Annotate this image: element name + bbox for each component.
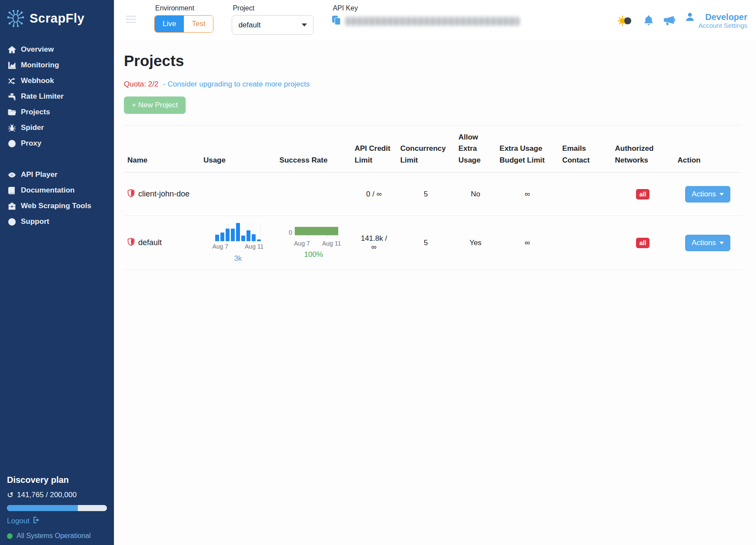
concurrency-limit-value: 5 xyxy=(397,216,455,270)
success-area-plot xyxy=(295,227,338,236)
concurrency-limit-value: 5 xyxy=(397,173,455,216)
actions-label: Actions xyxy=(692,239,716,247)
theme-toggle-icon[interactable] xyxy=(617,15,634,27)
table-row-client-john-doe: client-john-doe 0 / ∞ 5 No ∞ all Actions xyxy=(124,173,741,216)
usage-total-label: 3k xyxy=(234,254,242,263)
plan-block: Discovery plan ↺ 141,765 / 200,000 Logou… xyxy=(0,471,114,545)
sidebar-item-label: Proxy xyxy=(21,139,41,148)
extra-usage-budget-value: ∞ xyxy=(496,173,559,216)
col-header-name: Name xyxy=(124,126,200,173)
success-x-label: Aug 7 xyxy=(294,240,310,247)
sign-out-icon xyxy=(33,516,40,526)
sidebar-item-label: Support xyxy=(21,217,49,226)
brand-name: ScrapFly xyxy=(30,11,85,26)
sidebar-item-web-scraping-tools[interactable]: Web Scraping Tools xyxy=(0,198,114,214)
col-header-extra-usage-budget-limit: Extra Usage Budget Limit xyxy=(496,126,559,173)
home-icon xyxy=(8,46,16,54)
sidebar-item-projects[interactable]: Projects xyxy=(0,104,114,120)
system-status-link[interactable]: All Systems Operational xyxy=(7,532,107,540)
usage-x-label: Aug 11 xyxy=(245,243,263,250)
extra-usage-budget-value: ∞ xyxy=(496,216,559,270)
usage-cell-empty xyxy=(200,173,276,216)
authorized-networks-badge: all xyxy=(636,189,650,199)
brand-logo[interactable]: ScrapFly xyxy=(0,0,114,36)
actions-label: Actions xyxy=(692,190,716,199)
chevron-down-icon xyxy=(719,242,724,244)
project-select[interactable]: default xyxy=(232,15,313,35)
environment-group: Environment Live Test xyxy=(154,3,213,33)
topbar: Environment Live Test Project default AP… xyxy=(114,0,756,40)
environment-label: Environment xyxy=(155,4,213,12)
chevron-down-icon xyxy=(719,193,724,196)
sidebar-item-label: Overview xyxy=(21,45,54,54)
sidebar-item-label: Web Scraping Tools xyxy=(21,202,91,210)
actions-dropdown-button[interactable]: Actions xyxy=(685,186,730,203)
allow-extra-usage-value: Yes xyxy=(455,216,496,270)
project-group: Project default xyxy=(232,3,313,35)
upgrade-link[interactable]: - Consider upgrading to create more proj… xyxy=(163,80,310,88)
shield-icon xyxy=(127,238,135,248)
status-dot-icon xyxy=(7,533,13,539)
account-settings-link[interactable]: Account Settings xyxy=(698,22,747,29)
projects-table: Name Usage Success Rate API Credit Limit… xyxy=(124,125,741,270)
environment-test-button[interactable]: Test xyxy=(184,16,213,32)
plan-progress-fill xyxy=(7,505,78,511)
topbar-right: Developer Account Settings xyxy=(617,12,747,29)
col-header-authorized-networks: Authorized Networks xyxy=(612,126,674,173)
account-menu[interactable]: Developer Account Settings xyxy=(685,12,747,29)
copy-icon[interactable] xyxy=(332,15,341,27)
new-project-button[interactable]: + New Project xyxy=(124,96,186,114)
environment-live-button[interactable]: Live xyxy=(155,16,184,32)
bell-icon[interactable] xyxy=(643,15,654,27)
sidebar-item-label: Webhook xyxy=(21,76,54,85)
allow-extra-usage-value: No xyxy=(455,173,496,216)
chart-area-icon xyxy=(8,61,16,70)
sidebar-nav: Overview Monitoring Webhook Rate Limiter… xyxy=(0,36,114,229)
sidebar-item-proxy[interactable]: Proxy xyxy=(0,136,114,151)
col-header-concurrency-limit: Concurrency Limit xyxy=(397,126,455,173)
sidebar-spacer xyxy=(0,229,114,471)
col-header-api-credit-limit: API Credit Limit xyxy=(351,126,397,173)
sidebar-item-api-player[interactable]: API Player xyxy=(0,167,114,183)
usage-x-label: Aug 7 xyxy=(212,243,228,250)
sidebar-item-monitoring[interactable]: Monitoring xyxy=(0,57,114,73)
sidebar-item-spider[interactable]: Spider xyxy=(0,120,114,136)
success-axis-ticks xyxy=(296,236,339,238)
nav-section-gap xyxy=(0,151,114,167)
sidebar-item-label: Projects xyxy=(21,108,50,116)
hamburger-menu-icon[interactable] xyxy=(126,14,136,25)
sidebar-item-label: Rate Limiter xyxy=(21,92,63,101)
sidebar-item-rate-limiter[interactable]: Rate Limiter xyxy=(0,89,114,104)
scrapfly-spider-logo-icon xyxy=(6,9,25,28)
success-rate-chart: 0 Aug 7 Aug 11 100% xyxy=(286,227,341,259)
actions-dropdown-button[interactable]: Actions xyxy=(685,235,730,251)
sidebar-item-label: API Player xyxy=(21,170,57,179)
logout-link[interactable]: Logout xyxy=(7,516,107,526)
emails-contact-value xyxy=(559,216,611,270)
sidebar-item-overview[interactable]: Overview xyxy=(0,42,114,57)
user-icon xyxy=(685,12,695,23)
logout-label: Logout xyxy=(7,517,30,525)
table-row-default: default Aug 7 Aug 11 3k xyxy=(124,216,741,270)
eye-icon xyxy=(8,171,16,179)
col-header-allow-extra-usage: Allow Extra Usage xyxy=(455,126,496,173)
spider-icon xyxy=(8,124,16,132)
authorized-networks-badge: all xyxy=(636,238,650,248)
sidebar-item-webhook[interactable]: Webhook xyxy=(0,73,114,89)
page-title: Projects xyxy=(124,52,741,70)
plan-usage: ↺ 141,765 / 200,000 xyxy=(7,490,107,500)
sidebar-item-documentation[interactable]: Documentation xyxy=(0,183,114,198)
api-credit-limit-value: 141.8k / ∞ xyxy=(351,216,397,270)
folder-icon xyxy=(8,108,16,116)
sidebar: ScrapFly Overview Monitoring Webhook Rat… xyxy=(0,0,114,545)
plan-progress-bar xyxy=(7,505,107,511)
quota-text: Quota: 2/2 xyxy=(124,80,158,88)
quota-line: Quota: 2/2 - Consider upgrading to creat… xyxy=(124,80,741,89)
megaphone-icon[interactable] xyxy=(663,15,676,27)
table-header-row: Name Usage Success Rate API Credit Limit… xyxy=(124,126,741,173)
sidebar-item-support[interactable]: Support xyxy=(0,214,114,229)
project-label: Project xyxy=(233,4,313,12)
project-name: default xyxy=(138,238,162,247)
success-rate-value-label: 100% xyxy=(304,250,323,259)
col-header-success-rate: Success Rate xyxy=(276,126,351,173)
